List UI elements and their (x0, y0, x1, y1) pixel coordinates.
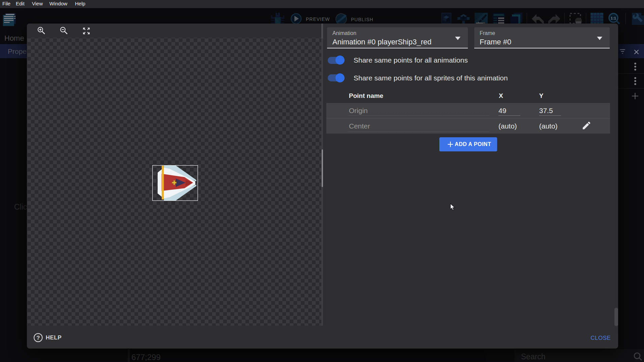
svg-text:?: ? (36, 335, 40, 341)
svg-text:1:1: 1:1 (611, 16, 616, 20)
